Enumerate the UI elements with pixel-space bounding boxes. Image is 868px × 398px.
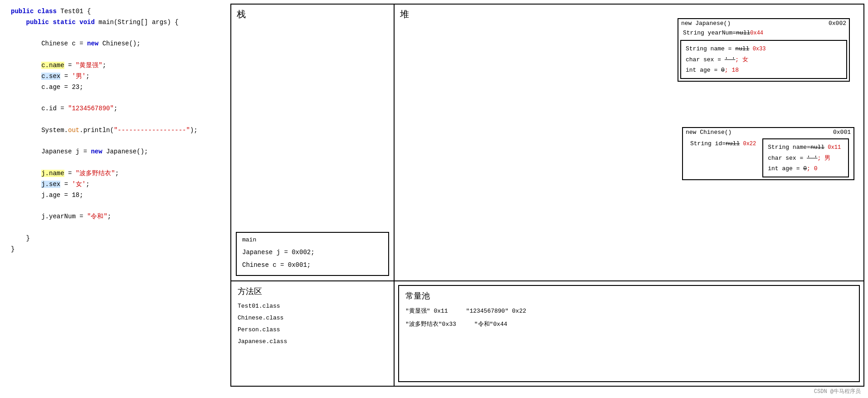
diagram-panel: 栈 main Japanese j = 0x002; Chinese c = 0…: [230, 4, 864, 387]
method-area-title: 方法区: [238, 286, 387, 297]
method-item-test01: Test01.class: [238, 300, 387, 312]
code-line: [11, 136, 219, 147]
code-line: [11, 93, 219, 103]
code-line: c.sex = '男';: [11, 71, 219, 82]
code-line: }: [11, 244, 219, 255]
code-line: [11, 49, 219, 60]
heap-inner-chinese: String name=null 0x11 char sex = ' '; 男 …: [762, 138, 849, 177]
chinese-body-row: String id=null 0x22 String name=null 0x1…: [683, 137, 853, 179]
constant-pool: 常量池 "黄显强" 0x11 "1234567890" 0x22 "波多野结衣"…: [398, 285, 860, 382]
code-line: j.name = "波多野结衣";: [11, 168, 219, 179]
code-line: public class Test01 {: [11, 6, 219, 17]
heap-field-name-cn: String name=null 0x11: [768, 142, 844, 153]
heap-obj-japanese-header: new Japanese() 0x002: [678, 19, 849, 28]
code-line: j.sex = '女';: [11, 179, 219, 190]
watermark: CSDN @牛马程序员: [814, 388, 861, 395]
heap-field-sex-jp: char sex = ' '; 女: [686, 54, 842, 65]
chinese-address: 0x001: [833, 129, 851, 136]
heap-field-name-jp: String name = null 0x33: [686, 44, 842, 54]
stack-var-j: Japanese j = 0x002;: [242, 246, 383, 259]
heap-field-sex-cn: char sex = ' '; 男: [768, 153, 844, 163]
heap-object-chinese: new Chinese() 0x001 String id=null 0x22 …: [682, 127, 854, 180]
code-line: }: [11, 233, 219, 244]
code-line: j.age = 18;: [11, 190, 219, 201]
method-item-person: Person.class: [238, 324, 387, 336]
method-item-japanese: Japanese.class: [238, 336, 387, 348]
code-line: [11, 222, 219, 233]
heap-outer-field-id: String id=null 0x22: [686, 138, 761, 149]
constant-jname: "波多野结衣"0x33: [405, 318, 456, 331]
constant-row-2: "波多野结衣"0x33 "令和"0x44: [405, 318, 853, 331]
stack-frame-label: main: [242, 236, 383, 243]
heap-inner-japanese: String name = null 0x33 char sex = ' '; …: [680, 40, 847, 79]
stack-var-c: Chinese c = 0x001;: [242, 259, 383, 271]
constant-huangxianqiang: "黄显强" 0x11: [405, 305, 448, 318]
yearnum-old: null: [736, 29, 750, 36]
code-line: public static void main(String[] args) {: [11, 17, 219, 28]
constant-id: "1234567890" 0x22: [466, 305, 527, 318]
heap-object-japanese: new Japanese() 0x002 String yearNum=null…: [678, 18, 850, 82]
diagram-top: 栈 main Japanese j = 0x002; Chinese c = 0…: [231, 5, 863, 281]
code-line: Chinese c = new Chinese();: [11, 39, 219, 49]
constant-pool-title: 常量池: [405, 290, 853, 301]
heap-field-age-jp: int age = 0; 18: [686, 65, 842, 75]
heap-field-age-cn: int age = 0; 0: [768, 163, 844, 174]
code-line: j.yearNum = "令和";: [11, 211, 219, 222]
constant-row-1: "黄显强" 0x11 "1234567890" 0x22: [405, 305, 853, 318]
method-area: 方法区 Test01.class Chinese.class Person.cl…: [231, 281, 395, 386]
code-line: Japanese j = new Japanese();: [11, 147, 219, 157]
stack-section: 栈 main Japanese j = 0x002; Chinese c = 0…: [231, 5, 395, 280]
code-line: c.age = 23;: [11, 82, 219, 93]
heap-outer-field-yearnum: String yearNum=null0x44: [678, 28, 849, 38]
japanese-address: 0x002: [829, 20, 846, 27]
code-line: [11, 28, 219, 39]
stack-title: 栈: [237, 8, 388, 20]
constant-yearnum: "令和"0x44: [474, 318, 507, 331]
yearnum-addr: 0x44: [750, 30, 763, 36]
method-item-chinese: Chinese.class: [238, 312, 387, 324]
code-line: [11, 114, 219, 125]
japanese-class-name: new Japanese(): [681, 20, 731, 27]
code-line: System.out.println("------------------")…: [11, 125, 219, 136]
diagram-bottom: 方法区 Test01.class Chinese.class Person.cl…: [231, 281, 863, 386]
heap-obj-chinese-header: new Chinese() 0x001: [683, 128, 853, 137]
code-line: [11, 201, 219, 211]
heap-section: 堆 new Japanese() 0x002 String yearNum=nu…: [395, 5, 863, 280]
chinese-class-name: new Chinese(): [686, 129, 731, 136]
stack-main-frame: main Japanese j = 0x002; Chinese c = 0x0…: [236, 232, 389, 276]
code-panel: public class Test01 { public static void…: [2, 2, 229, 388]
code-line: [11, 157, 219, 168]
code-line: c.name = "黄显强";: [11, 60, 219, 71]
code-line: c.id = "1234567890";: [11, 103, 219, 114]
